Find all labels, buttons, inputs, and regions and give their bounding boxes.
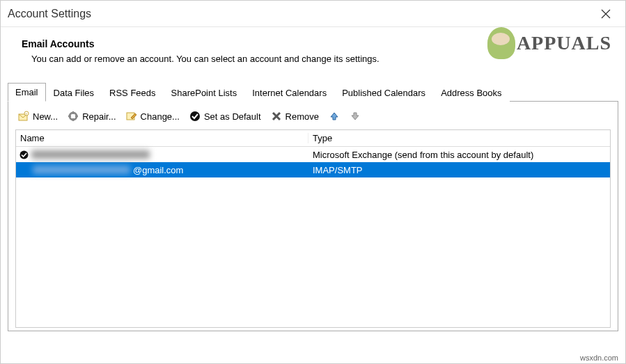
remove-button-label: Remove (285, 111, 319, 122)
set-default-button[interactable]: Set as Default (188, 110, 263, 122)
accounts-table: Name Type Microsoft Exchange (send from … (15, 129, 611, 328)
column-header-name[interactable]: Name (16, 133, 308, 143)
repair-button-label: Repair... (82, 111, 116, 122)
account-name-redacted (33, 166, 130, 174)
account-name-cell: @gmail.com (16, 165, 308, 175)
svg-point-16 (19, 150, 28, 159)
svg-rect-9 (75, 116, 78, 117)
set-default-button-label: Set as Default (204, 111, 261, 122)
new-button-label: New... (33, 111, 58, 122)
check-circle-icon (189, 111, 201, 122)
default-account-icon (19, 150, 29, 159)
svg-marker-15 (352, 113, 359, 120)
svg-rect-7 (72, 118, 74, 121)
remove-icon (271, 111, 282, 122)
appuals-text: APPUALS (517, 32, 611, 54)
tab-published-calendars[interactable]: Published Calendars (334, 84, 433, 102)
arrow-up-icon (329, 111, 340, 122)
tab-sharepoint-lists[interactable]: SharePoint Lists (164, 84, 245, 102)
tab-data-files[interactable]: Data Files (46, 84, 102, 102)
account-name-cell (16, 150, 308, 159)
arrow-down-icon (350, 111, 361, 122)
change-button-label: Change... (141, 111, 180, 122)
account-type-cell: IMAP/SMTP (308, 165, 610, 175)
account-row[interactable]: @gmail.com IMAP/SMTP (16, 162, 610, 177)
account-settings-dialog: Account Settings Email Accounts You can … (0, 0, 626, 364)
change-account-button[interactable]: Change... (125, 110, 181, 122)
tab-rss-feeds[interactable]: RSS Feeds (102, 84, 163, 102)
account-type-cell: Microsoft Exchange (send from this accou… (308, 150, 610, 160)
tab-content-email: + New... Repair... Change... (8, 102, 618, 331)
new-icon: + (18, 111, 29, 122)
change-icon (126, 111, 137, 122)
new-account-button[interactable]: + New... (17, 110, 59, 122)
svg-text:+: + (25, 111, 27, 116)
tab-strip: Email Data Files RSS Feeds SharePoint Li… (8, 82, 618, 102)
svg-marker-14 (331, 113, 338, 120)
account-name-redacted (31, 150, 150, 159)
repair-icon (68, 111, 79, 122)
close-button[interactable] (596, 4, 616, 24)
column-header-type[interactable]: Type (308, 133, 610, 143)
close-icon (601, 9, 611, 19)
remove-account-button[interactable]: Remove (269, 110, 320, 122)
email-toolbar: + New... Repair... Change... (15, 109, 611, 129)
tab-region: Email Data Files RSS Feeds SharePoint Li… (1, 82, 625, 331)
tab-internet-calendars[interactable]: Internet Calendars (244, 84, 334, 102)
window-title: Account Settings (8, 8, 91, 20)
tab-address-books[interactable]: Address Books (433, 84, 509, 102)
appuals-avatar-icon (487, 27, 515, 59)
appuals-watermark: APPUALS (487, 27, 611, 59)
titlebar: Account Settings (1, 1, 625, 27)
svg-rect-6 (72, 111, 74, 114)
account-name-suffix: @gmail.com (133, 165, 183, 175)
repair-account-button[interactable]: Repair... (66, 110, 117, 122)
account-row[interactable]: Microsoft Exchange (send from this accou… (16, 147, 610, 162)
column-headers: Name Type (16, 130, 610, 147)
svg-rect-8 (68, 116, 71, 117)
move-down-button[interactable] (348, 110, 362, 122)
tab-email[interactable]: Email (8, 83, 46, 102)
move-up-button[interactable] (327, 110, 341, 122)
svg-point-11 (190, 111, 200, 121)
attribution-label: wsxdn.com (580, 354, 618, 362)
